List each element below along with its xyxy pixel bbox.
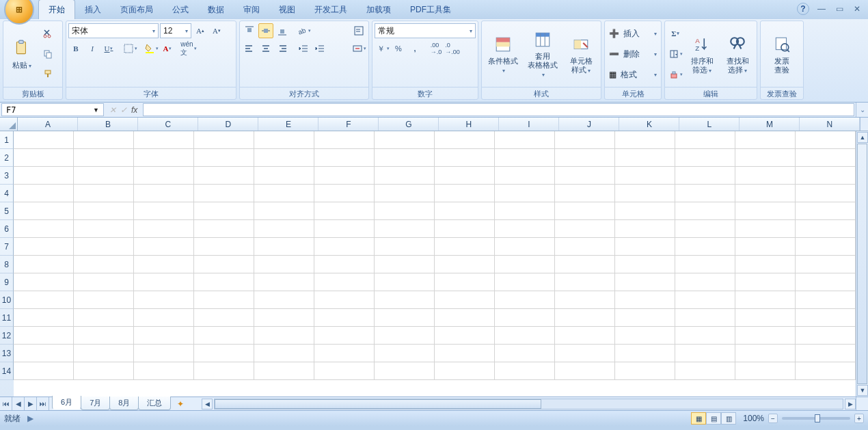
normal-view-button[interactable]: ▦: [691, 412, 706, 425]
cells-area[interactable]: [14, 131, 856, 397]
cell[interactable]: [74, 167, 134, 184]
cell[interactable]: [134, 273, 194, 291]
font-name-combo[interactable]: 宋体▾: [68, 23, 159, 38]
cell[interactable]: [14, 309, 74, 326]
cell[interactable]: [134, 131, 194, 148]
hscroll-track[interactable]: [214, 399, 843, 409]
cell[interactable]: [735, 149, 796, 166]
cell[interactable]: [435, 202, 495, 219]
cell[interactable]: [14, 345, 74, 362]
cell[interactable]: [735, 291, 796, 308]
align-middle-button[interactable]: [258, 23, 273, 38]
cell[interactable]: [555, 362, 615, 379]
cell[interactable]: [134, 256, 194, 273]
cell[interactable]: [134, 220, 194, 237]
cell[interactable]: [194, 291, 254, 308]
tab-视图[interactable]: 视图: [269, 0, 305, 19]
cell[interactable]: [375, 167, 435, 184]
scroll-down-button[interactable]: ▼: [857, 385, 868, 396]
row-header-10[interactable]: 10: [0, 291, 14, 309]
cell[interactable]: [735, 220, 796, 237]
cell[interactable]: [74, 291, 134, 308]
select-all-corner[interactable]: [0, 118, 18, 131]
cell[interactable]: [254, 149, 314, 166]
cell[interactable]: [615, 202, 675, 219]
hscroll-thumb[interactable]: [215, 399, 541, 409]
cell[interactable]: [615, 327, 675, 344]
clear-button[interactable]: [668, 67, 683, 82]
cell[interactable]: [254, 167, 314, 184]
cell[interactable]: [194, 131, 254, 148]
fx-icon[interactable]: fx: [131, 105, 137, 115]
cell[interactable]: [796, 202, 856, 219]
cell[interactable]: [314, 309, 375, 326]
cell[interactable]: [134, 185, 194, 202]
tab-开始[interactable]: 开始: [38, 0, 75, 19]
cell[interactable]: [435, 362, 495, 379]
cell[interactable]: [375, 149, 435, 166]
paste-button[interactable]: 粘贴: [5, 23, 38, 85]
restore-icon[interactable]: ▭: [834, 3, 845, 14]
cell[interactable]: [14, 167, 74, 184]
cell[interactable]: [14, 362, 74, 379]
name-box[interactable]: F7 ▼: [1, 103, 104, 116]
cell[interactable]: [435, 327, 495, 344]
cell[interactable]: [615, 185, 675, 202]
cell[interactable]: [314, 291, 375, 308]
cell[interactable]: [314, 362, 375, 379]
cell[interactable]: [735, 362, 796, 379]
cell[interactable]: [14, 131, 74, 148]
align-center-button[interactable]: [258, 41, 273, 56]
number-format-combo[interactable]: 常规▾: [375, 23, 476, 38]
sheet-tab-8月[interactable]: 8月: [109, 397, 139, 410]
tab-插入[interactable]: 插入: [75, 0, 111, 19]
cell[interactable]: [375, 291, 435, 308]
cell[interactable]: [254, 256, 314, 273]
cell[interactable]: [495, 149, 555, 166]
cell[interactable]: [675, 220, 735, 237]
page-break-view-button[interactable]: ▥: [721, 412, 736, 425]
cell[interactable]: [254, 131, 314, 148]
cell[interactable]: [675, 362, 735, 379]
cell[interactable]: [435, 238, 495, 255]
macro-record-icon[interactable]: ▶: [27, 414, 33, 423]
cell[interactable]: [435, 220, 495, 237]
cell[interactable]: [435, 256, 495, 273]
zoom-out-button[interactable]: −: [768, 414, 778, 423]
invoice-check-button[interactable]: 发票 查验: [763, 23, 801, 85]
cell[interactable]: [134, 167, 194, 184]
cell[interactable]: [735, 202, 796, 219]
first-sheet-button[interactable]: ⏮: [0, 397, 12, 410]
cell[interactable]: [495, 362, 555, 379]
cell[interactable]: [675, 256, 735, 273]
cell[interactable]: [495, 220, 555, 237]
cell[interactable]: [314, 185, 375, 202]
col-header-C[interactable]: C: [138, 118, 198, 131]
cell[interactable]: [796, 220, 856, 237]
cell[interactable]: [735, 273, 796, 291]
cell[interactable]: [675, 273, 735, 291]
cell[interactable]: [194, 149, 254, 166]
autosum-button[interactable]: Σ: [668, 26, 683, 41]
enter-formula-icon[interactable]: ✓: [120, 105, 127, 115]
tab-公式[interactable]: 公式: [163, 0, 198, 19]
cell[interactable]: [735, 309, 796, 326]
fill-color-button[interactable]: [144, 41, 159, 56]
scroll-up-button[interactable]: ▲: [857, 132, 868, 143]
sheet-tab-6月[interactable]: 6月: [52, 396, 81, 409]
cell[interactable]: [314, 238, 375, 255]
bold-button[interactable]: B: [68, 41, 83, 56]
row-header-1[interactable]: 1: [0, 131, 14, 149]
tab-PDF工具集[interactable]: PDF工具集: [401, 0, 461, 19]
col-header-D[interactable]: D: [198, 118, 258, 131]
cell[interactable]: [495, 291, 555, 308]
col-header-I[interactable]: I: [499, 118, 559, 131]
cell[interactable]: [796, 309, 856, 326]
cell[interactable]: [194, 362, 254, 379]
align-left-button[interactable]: [242, 41, 257, 56]
format-painter-button[interactable]: [40, 67, 55, 82]
cell[interactable]: [555, 291, 615, 308]
orientation-button[interactable]: ab: [296, 23, 311, 38]
cell[interactable]: [74, 345, 134, 362]
cell[interactable]: [675, 238, 735, 255]
